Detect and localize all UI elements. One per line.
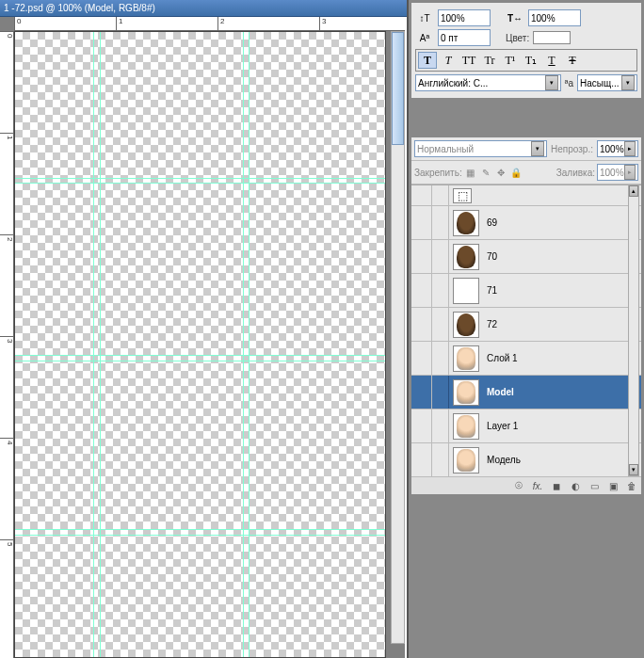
layer-name[interactable]: Model xyxy=(483,387,641,397)
superscript-button[interactable]: T¹ xyxy=(501,52,520,69)
layer-name[interactable]: 71 xyxy=(483,285,641,296)
layers-scrollbar[interactable]: ▴ ▾ xyxy=(628,185,639,476)
layer-name[interactable]: Слой 1 xyxy=(483,353,641,363)
allcaps-button[interactable]: TT xyxy=(459,52,478,69)
layer-thumbnail[interactable] xyxy=(453,345,479,372)
guide-vertical[interactable] xyxy=(100,32,101,657)
canvas-area: 0 1 2 3 0 1 2 3 4 5 xyxy=(0,17,405,658)
vertical-scale-input[interactable] xyxy=(438,9,491,26)
fill-label: Заливка: xyxy=(556,168,595,178)
chevron-right-icon: ▸ xyxy=(624,165,636,180)
text-style-buttons: T T TT Tr T¹ T₁ T Ŧ xyxy=(415,49,637,72)
visibility-toggle[interactable] xyxy=(411,308,432,341)
visibility-toggle[interactable] xyxy=(411,443,432,476)
chevron-down-icon: ▾ xyxy=(621,75,635,90)
layer-row[interactable]: 69 xyxy=(411,206,641,240)
layer-row[interactable]: Layer 1 xyxy=(411,409,641,443)
language-dropdown[interactable]: Английский: С... ▾ xyxy=(415,74,561,91)
visibility-toggle[interactable] xyxy=(411,185,432,205)
ruler-vertical[interactable]: 0 1 2 3 4 5 xyxy=(0,31,14,658)
ruler-horizontal[interactable]: 0 1 2 3 xyxy=(14,17,405,31)
italic-button[interactable]: T xyxy=(439,52,458,69)
layer-fx-icon[interactable]: fx. xyxy=(530,479,545,492)
layer-thumbnail[interactable] xyxy=(453,210,479,236)
scrollbar-thumb[interactable] xyxy=(392,32,404,145)
guide-horizontal[interactable] xyxy=(15,178,385,179)
visibility-toggle[interactable] xyxy=(411,274,432,307)
adjustment-layer-icon[interactable]: ◐ xyxy=(568,479,583,492)
new-layer-icon[interactable]: ▣ xyxy=(605,479,620,492)
layer-thumbnail[interactable] xyxy=(453,379,479,406)
new-group-icon[interactable]: ▭ xyxy=(587,479,602,492)
delete-layer-icon[interactable]: 🗑 xyxy=(624,479,639,492)
layer-thumbnail[interactable] xyxy=(453,278,479,304)
layer-thumbnail[interactable] xyxy=(453,312,479,338)
layer-row[interactable]: 72 xyxy=(411,308,641,342)
guide-horizontal[interactable] xyxy=(15,355,385,356)
visibility-toggle[interactable] xyxy=(411,376,432,409)
baseline-shift-icon: Aª xyxy=(415,29,434,46)
layer-row-selected[interactable]: Model xyxy=(411,376,641,409)
layer-name[interactable]: 70 xyxy=(483,251,641,262)
visibility-toggle[interactable] xyxy=(411,409,432,442)
layer-name[interactable]: 69 xyxy=(483,217,641,228)
layer-thumbnail[interactable] xyxy=(453,244,479,270)
horizontal-scale-input[interactable] xyxy=(528,9,581,26)
lock-label: Закрепить: xyxy=(414,168,462,178)
color-label: Цвет: xyxy=(506,33,529,43)
guide-vertical[interactable] xyxy=(243,32,244,657)
opacity-label: Непрозр.: xyxy=(551,144,593,154)
guide-vertical[interactable] xyxy=(93,32,94,657)
guide-horizontal[interactable] xyxy=(15,529,385,530)
smallcaps-button[interactable]: Tr xyxy=(480,52,499,69)
link-layers-icon[interactable]: ⦾ xyxy=(511,479,526,492)
lock-transparency-icon[interactable]: ▦ xyxy=(464,166,477,179)
guide-horizontal[interactable] xyxy=(15,183,385,184)
layer-row[interactable]: ⬚ xyxy=(411,185,641,206)
layer-mask-icon[interactable]: ◼ xyxy=(549,479,564,492)
vertical-scale-icon: ↕T xyxy=(415,9,434,26)
visibility-toggle[interactable] xyxy=(411,240,432,273)
guide-vertical[interactable] xyxy=(249,32,250,657)
scroll-down-button[interactable]: ▾ xyxy=(629,464,638,475)
lock-image-icon[interactable]: ✎ xyxy=(479,166,492,179)
subscript-button[interactable]: T₁ xyxy=(522,52,540,69)
layer-thumbnail[interactable] xyxy=(453,447,479,473)
layer-name[interactable]: Layer 1 xyxy=(483,421,641,431)
visibility-toggle[interactable] xyxy=(411,342,432,375)
antialias-label: ªа xyxy=(565,78,573,88)
layer-row[interactable]: Слой 1 xyxy=(411,342,641,376)
layer-row[interactable]: 70 xyxy=(411,240,641,274)
baseline-shift-input[interactable] xyxy=(438,29,491,46)
chevron-right-icon: ▸ xyxy=(624,141,636,156)
character-panel: ↕T T↔ Aª Цвет: T T TT Tr T¹ T₁ T Ŧ Англи… xyxy=(411,2,642,99)
layer-thumbnail[interactable] xyxy=(453,413,479,440)
layer-name[interactable]: 72 xyxy=(483,319,641,329)
horizontal-scale-icon: T↔ xyxy=(506,9,524,26)
chevron-down-icon: ▾ xyxy=(531,141,544,156)
lock-all-icon[interactable]: 🔒 xyxy=(509,166,523,179)
layers-list: ⬚ 69 70 71 xyxy=(411,185,641,476)
text-color-swatch[interactable] xyxy=(533,31,571,44)
visibility-toggle[interactable] xyxy=(411,206,432,239)
scroll-up-button[interactable]: ▴ xyxy=(629,185,638,197)
bold-button[interactable]: T xyxy=(418,52,437,69)
layer-thumbnail[interactable]: ⬚ xyxy=(453,188,472,203)
lock-position-icon[interactable]: ✥ xyxy=(494,166,507,179)
underline-button[interactable]: T xyxy=(542,52,561,69)
strikethrough-button[interactable]: Ŧ xyxy=(563,52,582,69)
chevron-down-icon: ▾ xyxy=(545,75,558,90)
layer-row[interactable]: Модель 🔒 xyxy=(411,443,641,476)
antialias-dropdown[interactable]: Насыщ... ▾ xyxy=(577,74,637,91)
opacity-input[interactable]: 100% ▸ xyxy=(597,140,638,157)
document-canvas[interactable] xyxy=(14,31,386,658)
layers-footer: ⦾ fx. ◼ ◐ ▭ ▣ 🗑 xyxy=(411,476,641,494)
guide-horizontal[interactable] xyxy=(15,361,385,361)
guide-horizontal[interactable] xyxy=(15,535,385,536)
right-panel: ↕T T↔ Aª Цвет: T T TT Tr T¹ T₁ T Ŧ Англи… xyxy=(407,0,644,658)
layer-name[interactable]: Модель xyxy=(483,455,626,465)
layer-row[interactable]: 71 xyxy=(411,274,641,308)
fill-input[interactable]: 100% ▸ xyxy=(597,164,638,181)
blend-mode-dropdown[interactable]: Нормальный ▾ xyxy=(414,140,547,157)
canvas-scrollbar-vertical[interactable] xyxy=(391,31,405,644)
